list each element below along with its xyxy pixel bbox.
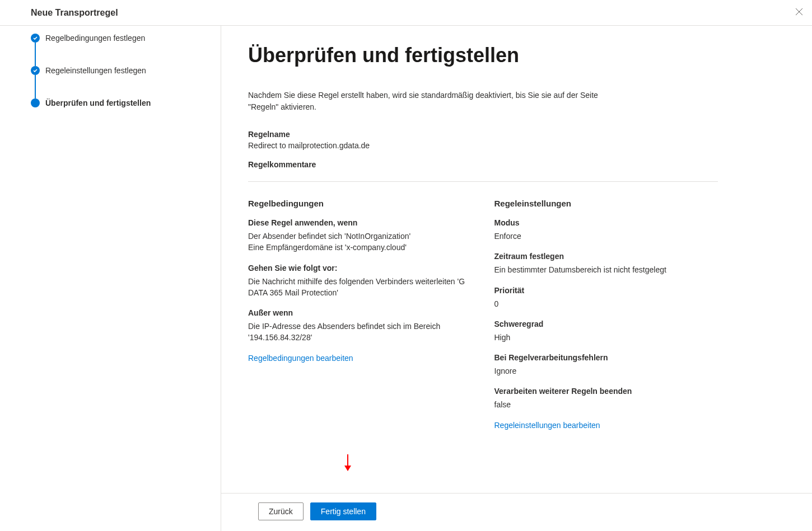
step-connector xyxy=(35,43,36,66)
apply-when-label: Diese Regel anwenden, wenn xyxy=(248,218,472,227)
edit-settings-link[interactable]: Regeleinstellungen bearbeiten xyxy=(494,421,718,430)
errors-label: Bei Regelverarbeitungsfehlern xyxy=(494,353,718,362)
severity-value: High xyxy=(494,332,718,343)
checkmark-icon xyxy=(31,34,40,43)
close-icon[interactable] xyxy=(793,6,805,20)
step-connector xyxy=(35,75,36,98)
priority-label: Priorität xyxy=(494,286,718,295)
rule-name-value: Redirect to mailprotection.gdata.de xyxy=(248,141,718,150)
checkmark-icon xyxy=(31,66,40,75)
wizard-step-review[interactable]: Überprüfen und fertigstellen xyxy=(31,98,209,107)
wizard-sidebar: Regelbedingungen festlegen Regeleinstell… xyxy=(0,26,221,531)
wizard-step-settings[interactable]: Regeleinstellungen festlegen xyxy=(31,66,209,98)
step-label: Regelbedingungen festlegen xyxy=(45,34,145,43)
step-label: Überprüfen und fertigstellen xyxy=(45,98,151,107)
divider xyxy=(248,181,718,182)
errors-value: Ignore xyxy=(494,365,718,377)
mode-value: Enforce xyxy=(494,231,718,242)
conditions-header: Regelbedingungen xyxy=(248,199,472,208)
wizard-step-conditions[interactable]: Regelbedingungen festlegen xyxy=(31,34,209,66)
finish-button[interactable]: Fertig stellen xyxy=(310,502,376,520)
step-label: Regeleinstellungen festlegen xyxy=(45,66,146,75)
page-title: Überprüfen und fertigstellen xyxy=(248,44,718,67)
severity-label: Schweregrad xyxy=(494,319,718,328)
settings-column: Regeleinstellungen Modus Enforce Zeitrau… xyxy=(494,199,718,430)
settings-header: Regeleinstellungen xyxy=(494,199,718,208)
mode-label: Modus xyxy=(494,218,718,227)
stop-processing-value: false xyxy=(494,399,718,410)
summary-columns: Regelbedingungen Diese Regel anwenden, w… xyxy=(248,199,718,430)
rule-comment-label: Regelkommentare xyxy=(248,160,718,169)
dialog-header: Neue Transportregel xyxy=(0,0,812,26)
dialog-body: Regelbedingungen festlegen Regeleinstell… xyxy=(0,26,812,531)
except-when-text: Die IP-Adresse des Absenders befindet si… xyxy=(248,321,472,344)
priority-value: 0 xyxy=(494,298,718,309)
content-scroll: Überprüfen und fertigstellen Nachdem Sie… xyxy=(221,26,812,493)
footer-buttons: Zurück Fertig stellen xyxy=(221,493,812,531)
current-step-icon xyxy=(31,98,40,107)
page-description: Nachdem Sie diese Regel erstellt haben, … xyxy=(248,90,629,113)
except-when-label: Außer wenn xyxy=(248,308,472,317)
do-following-label: Gehen Sie wie folgt vor: xyxy=(248,264,472,272)
dialog-title: Neue Transportregel xyxy=(31,8,118,18)
period-value: Ein bestimmter Datumsbereich ist nicht f… xyxy=(494,264,718,275)
rule-name-label: Regelname xyxy=(248,130,718,139)
conditions-column: Regelbedingungen Diese Regel anwenden, w… xyxy=(248,199,472,430)
main-panel: Überprüfen und fertigstellen Nachdem Sie… xyxy=(221,26,812,531)
stop-processing-label: Verarbeiten weiterer Regeln beenden xyxy=(494,387,718,396)
do-following-text: Die Nachricht mithilfe des folgenden Ver… xyxy=(248,276,472,299)
edit-conditions-link[interactable]: Regelbedingungen bearbeiten xyxy=(248,354,472,363)
back-button[interactable]: Zurück xyxy=(258,502,304,520)
apply-when-text: Der Absender befindet sich 'NotInOrganiz… xyxy=(248,231,472,253)
period-label: Zeitraum festlegen xyxy=(494,252,718,261)
